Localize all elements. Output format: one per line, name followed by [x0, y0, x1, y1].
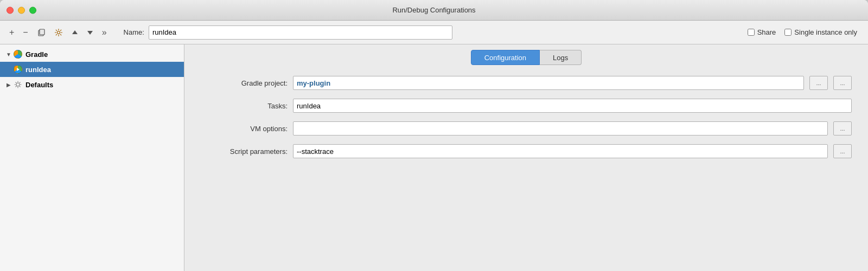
- vm-options-row: VM options: ...: [201, 121, 852, 136]
- share-checkbox-item[interactable]: Share: [748, 28, 776, 36]
- name-section: Name:: [124, 25, 744, 40]
- vm-options-label: VM options:: [201, 125, 288, 133]
- gradle-label: Gradle: [25, 50, 48, 59]
- title-bar: Run/Debug Configurations: [0, 0, 868, 21]
- window-controls: [7, 7, 36, 14]
- script-parameters-row: Script parameters: ...: [201, 144, 852, 158]
- runIdea-icon: [13, 64, 23, 74]
- more-button[interactable]: »: [99, 26, 110, 39]
- runIdea-label: runIdea: [25, 66, 51, 74]
- name-label: Name:: [124, 28, 144, 36]
- add-button[interactable]: +: [7, 26, 17, 39]
- gradle-project-input[interactable]: [293, 76, 804, 90]
- move-up-icon: [72, 29, 78, 36]
- settings-icon: [54, 28, 63, 37]
- script-parameters-input[interactable]: [293, 144, 828, 158]
- vm-options-input[interactable]: [293, 121, 828, 136]
- close-button[interactable]: [7, 7, 14, 14]
- gradle-icon: [13, 49, 23, 59]
- settings-button[interactable]: [52, 27, 66, 38]
- tasks-label: Tasks:: [201, 102, 288, 110]
- single-instance-label: Single instance only: [794, 28, 857, 36]
- share-checkbox[interactable]: [748, 29, 755, 36]
- tab-logs[interactable]: Logs: [540, 50, 582, 65]
- sidebar-item-runIdea[interactable]: runIdea: [0, 62, 184, 77]
- window: Run/Debug Configurations + −: [0, 0, 868, 271]
- gradle-project-browse2-button[interactable]: ...: [833, 76, 852, 90]
- tasks-row: Tasks:: [201, 99, 852, 113]
- gradle-project-browse-button[interactable]: ...: [809, 76, 828, 90]
- copy-button[interactable]: [34, 27, 48, 38]
- svg-point-2: [57, 31, 60, 34]
- form-area: Gradle project: ... ... Tasks: VM option…: [184, 65, 868, 169]
- content-panel: Configuration Logs Gradle project: ... .…: [184, 44, 868, 271]
- name-input[interactable]: [149, 25, 452, 40]
- remove-button[interactable]: −: [20, 26, 30, 39]
- script-parameters-label: Script parameters:: [201, 147, 288, 156]
- tab-configuration[interactable]: Configuration: [471, 50, 540, 65]
- script-parameters-browse-button[interactable]: ...: [833, 144, 852, 158]
- right-options: Share Single instance only: [748, 28, 861, 36]
- gradle-arrow-icon: ▼: [4, 50, 13, 59]
- defaults-label: Defaults: [25, 81, 53, 89]
- move-up-button[interactable]: [69, 28, 81, 37]
- toolbar: + − » Name:: [0, 21, 868, 44]
- gradle-project-label: Gradle project:: [201, 79, 288, 87]
- sidebar-item-gradle[interactable]: ▼ Gradle: [0, 47, 184, 62]
- move-down-button[interactable]: [84, 28, 96, 37]
- tabs-container: Configuration Logs: [184, 44, 868, 65]
- defaults-arrow-icon: ▶: [4, 80, 13, 89]
- main-area: ▼ Gradle runIdea ▶: [0, 44, 868, 271]
- tasks-input[interactable]: [293, 99, 852, 113]
- minimize-button[interactable]: [18, 7, 25, 14]
- copy-icon: [37, 28, 46, 37]
- defaults-icon: [13, 80, 23, 89]
- move-down-icon: [87, 29, 93, 36]
- share-label: Share: [757, 28, 776, 36]
- gradle-project-row: Gradle project: ... ...: [201, 76, 852, 90]
- window-title: Run/Debug Configurations: [392, 6, 475, 14]
- single-instance-checkbox[interactable]: [784, 29, 792, 36]
- maximize-button[interactable]: [29, 7, 36, 14]
- vm-options-browse-button[interactable]: ...: [833, 121, 852, 136]
- sidebar: ▼ Gradle runIdea ▶: [0, 44, 184, 271]
- single-instance-checkbox-item[interactable]: Single instance only: [784, 28, 857, 36]
- sidebar-item-defaults[interactable]: ▶ Defaults: [0, 77, 184, 92]
- svg-point-3: [16, 83, 20, 86]
- runIdea-spacer: [4, 65, 13, 74]
- svg-rect-1: [40, 29, 44, 35]
